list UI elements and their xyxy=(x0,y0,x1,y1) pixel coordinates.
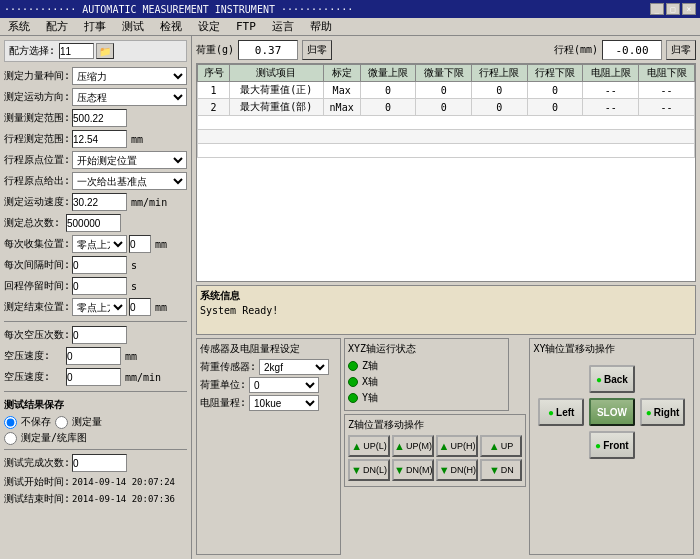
air-speed2-input[interactable] xyxy=(66,368,121,386)
left-button[interactable]: ● Left xyxy=(538,398,584,426)
config-selector-label: 配方选择: xyxy=(9,44,55,58)
window-controls: _ □ × xyxy=(650,3,696,15)
force-type-select[interactable]: 压缩力 xyxy=(72,67,187,85)
col-calibrate: 标定 xyxy=(323,65,360,82)
menu-system[interactable]: 系统 xyxy=(4,18,34,35)
done-count-input[interactable] xyxy=(72,454,127,472)
x-axis-led xyxy=(348,377,358,387)
done-count-label: 测试完成次数: xyxy=(4,456,70,470)
config-selector-input[interactable]: 11 xyxy=(59,43,94,59)
config-folder-button[interactable]: 📁 xyxy=(96,43,114,59)
dn-low-button[interactable]: ▼DN(L) xyxy=(348,459,390,481)
collect-pos-unit: mm xyxy=(155,239,167,250)
up-mid-button[interactable]: ▲UP(M) xyxy=(392,435,434,457)
load-sensor-select[interactable]: 2kgf xyxy=(259,359,329,375)
load-reset-button[interactable]: 归零 xyxy=(302,40,332,60)
save-no-radio[interactable] xyxy=(4,416,17,429)
stroke-range-label: 行程测定范围: xyxy=(4,132,70,146)
stroke-measurement: 行程(mm) -0.00 归零 xyxy=(554,40,696,60)
air-speed-input[interactable] xyxy=(66,347,121,365)
collect-pos-label: 每次收集位置: xyxy=(4,237,70,251)
return-dwell-label: 回程停留时间: xyxy=(4,279,70,293)
motion-speed-input[interactable] xyxy=(72,193,127,211)
load-unit-select[interactable]: 0 xyxy=(249,377,319,393)
air-count-input[interactable] xyxy=(72,326,127,344)
air-count-row: 每次空压次数: xyxy=(4,326,187,344)
stroke-range-unit: mm xyxy=(131,134,143,145)
resist-range-select[interactable]: 10kue xyxy=(249,395,319,411)
front-button[interactable]: ● Front xyxy=(589,431,635,459)
maximize-button[interactable]: □ xyxy=(666,3,680,15)
stroke-range-input[interactable] xyxy=(72,130,127,148)
dn-mid-button[interactable]: ▼DN(M) xyxy=(392,459,434,481)
up-high-button[interactable]: ▲UP(H) xyxy=(436,435,478,457)
table-row-empty xyxy=(198,130,695,144)
menu-settings[interactable]: 设定 xyxy=(194,18,224,35)
up-button[interactable]: ▲UP xyxy=(480,435,522,457)
start-time-label: 测试开始时间: xyxy=(4,475,70,489)
load-value: 0.37 xyxy=(238,40,298,60)
col-test-item: 测试项目 xyxy=(230,65,324,82)
back-button[interactable]: ● Back xyxy=(589,365,635,393)
col-load-upper: 微量上限 xyxy=(360,65,416,82)
up-buttons-row: ▲UP(L) ▲UP(M) ▲UP(H) ▲UP xyxy=(348,435,522,457)
menu-config[interactable]: 配方 xyxy=(42,18,72,35)
col-stroke-lower: 行程下限 xyxy=(527,65,583,82)
resist-range-row: 电阻量程: 10kue xyxy=(200,395,337,411)
load-label: 荷重(g) xyxy=(196,43,234,57)
load-unit-label: 荷重单位: xyxy=(200,378,246,392)
col-resist-upper: 电阻上限 xyxy=(583,65,639,82)
origin-out-label: 行程原点给出: xyxy=(4,174,70,188)
air-count-label: 每次空压次数: xyxy=(4,328,70,342)
up-low-button[interactable]: ▲UP(L) xyxy=(348,435,390,457)
menu-print[interactable]: 打事 xyxy=(80,18,110,35)
return-dwell-input[interactable] xyxy=(72,277,127,295)
menu-run[interactable]: 运言 xyxy=(268,18,298,35)
start-time-value: 2014-09-14 20:07:24 xyxy=(72,477,175,487)
save-yes-radio[interactable] xyxy=(55,416,68,429)
menu-help[interactable]: 帮助 xyxy=(306,18,336,35)
table-row: 2 最大荷重值(部) nMax 0 0 0 0 -- -- xyxy=(198,99,695,116)
end-time-row: 测试结束时间: 2014-09-14 20:07:36 xyxy=(4,492,187,506)
right-button[interactable]: ● Right xyxy=(640,398,686,426)
air-speed-row: 空压速度: mm xyxy=(4,347,187,365)
interval-time-input[interactable] xyxy=(72,256,127,274)
end-pos-unit: mm xyxy=(155,302,167,313)
origin-out-select[interactable]: 一次给出基准点 xyxy=(72,172,187,190)
save-no-label: 不保存 xyxy=(21,415,51,429)
interval-time-row: 每次间隔时间: s xyxy=(4,256,187,274)
z-axis-led xyxy=(348,361,358,371)
top-measurements: 荷重(g) 0.37 归零 行程(mm) -0.00 归零 xyxy=(196,40,696,60)
test-count-label: 测定总次数: xyxy=(4,216,64,230)
stroke-reset-button[interactable]: 归零 xyxy=(666,40,696,60)
load-range-input[interactable] xyxy=(72,109,127,127)
dn-high-button[interactable]: ▼DN(H) xyxy=(436,459,478,481)
menu-bar: 系统 配方 打事 测试 检视 设定 FTP 运言 帮助 xyxy=(0,18,700,36)
title-text: ············ AUTOMATIC MEASUREMENT INSTR… xyxy=(4,4,353,15)
collect-pos-input[interactable] xyxy=(129,235,151,253)
collect-pos-select[interactable]: 零点上方 xyxy=(72,235,127,253)
load-range-row: 测量测定范围: xyxy=(4,109,187,127)
dn-button[interactable]: ▼DN xyxy=(480,459,522,481)
col-resist-lower: 电阻下限 xyxy=(639,65,695,82)
motion-dir-select[interactable]: 压态程 xyxy=(72,88,187,106)
menu-ftp[interactable]: FTP xyxy=(232,19,260,34)
test-count-input[interactable] xyxy=(66,214,121,232)
close-button[interactable]: × xyxy=(682,3,696,15)
direction-grid: ● Back ● Left SLOW ● Right xyxy=(533,360,690,464)
menu-test[interactable]: 测试 xyxy=(118,18,148,35)
x-axis-label: X轴 xyxy=(362,375,378,389)
load-measurement: 荷重(g) 0.37 归零 xyxy=(196,40,332,60)
col-stroke-upper: 行程上限 xyxy=(472,65,528,82)
menu-view[interactable]: 检视 xyxy=(156,18,186,35)
col-load-lower: 微量下限 xyxy=(416,65,472,82)
end-pos-input[interactable] xyxy=(129,298,151,316)
origin-pos-select[interactable]: 开始测定位置 xyxy=(72,151,187,169)
slow-button[interactable]: SLOW xyxy=(589,398,635,426)
end-pos-select[interactable]: 零点上方 xyxy=(72,298,127,316)
save-both-radio[interactable] xyxy=(4,432,17,445)
minimize-button[interactable]: _ xyxy=(650,3,664,15)
air-speed-label: 空压速度: xyxy=(4,349,64,363)
collect-pos-row: 每次收集位置: 零点上方 mm xyxy=(4,235,187,253)
end-time-value: 2014-09-14 20:07:36 xyxy=(72,494,175,504)
